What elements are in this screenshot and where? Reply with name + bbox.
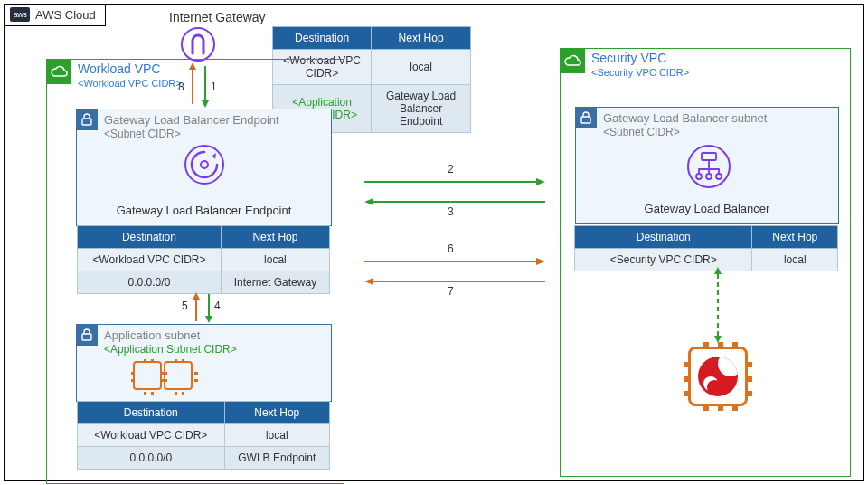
svg-point-10 <box>716 174 722 179</box>
svg-marker-18 <box>193 292 200 300</box>
step-1-label: 1 <box>211 81 217 93</box>
diagram-frame: aws AWS Cloud Internet Gateway Destinati… <box>4 4 864 481</box>
svg-point-8 <box>696 174 702 179</box>
svg-rect-1 <box>82 119 91 125</box>
glb-subnet-cidr: <Subnet CIDR> <box>603 126 680 138</box>
rt-cell: GWLB Endpoint <box>224 447 330 470</box>
glbe-subnet: Gateway Load Balancer Endpoint <Subnet C… <box>76 109 332 226</box>
svg-marker-16 <box>205 316 212 323</box>
arrow-step-6 <box>364 256 545 267</box>
workload-vpc-cidr: <Workload VPC CIDR> <box>78 78 182 89</box>
route-table-glbe: DestinationNext Hop <Workload VPC CIDR>l… <box>77 225 330 294</box>
rt-cell: <Workload VPC CIDR> <box>78 424 225 447</box>
rt-cell: 0.0.0.0/0 <box>78 271 222 294</box>
vpc-cloud-icon <box>560 48 585 73</box>
svg-marker-28 <box>714 267 722 274</box>
app-subnet-cidr: <Application Subnet CIDR> <box>104 343 237 356</box>
subnet-lock-icon <box>575 107 597 128</box>
svg-point-3 <box>201 161 208 168</box>
rt-header-dest: Destination <box>575 226 752 249</box>
rt-cell: local <box>752 249 838 271</box>
aws-cloud-tab: aws AWS Cloud <box>5 5 106 26</box>
svg-marker-24 <box>536 258 545 265</box>
svg-marker-29 <box>714 336 722 343</box>
step-5-label: 5 <box>182 300 188 312</box>
application-subnet: Application subnet <Application Subnet C… <box>76 324 332 402</box>
app-subnet-title: Application subnet <box>104 328 200 342</box>
svg-rect-5 <box>581 117 590 123</box>
svg-marker-22 <box>364 198 373 205</box>
rt-header-next: Next Hop <box>372 27 471 50</box>
security-appliance-icon <box>688 347 748 406</box>
route-table-app: DestinationNext Hop <Workload VPC CIDR>l… <box>77 401 330 470</box>
aws-cloud-label: AWS Cloud <box>35 8 96 22</box>
arrow-glb-appliance <box>712 267 723 343</box>
application-instances-icon <box>133 361 193 390</box>
vpc-cloud-icon <box>46 59 71 84</box>
glbe-endpoint-icon <box>184 144 225 185</box>
rt-cell: local <box>224 424 330 447</box>
rt-header-dest: Destination <box>273 27 372 50</box>
rt-header-next: Next Hop <box>224 402 330 424</box>
glb-subnet-title: Gateway Load Balancer subnet <box>603 111 767 125</box>
arrow-step-4 <box>203 292 214 323</box>
step-8-label: 8 <box>178 81 184 93</box>
aws-logo-icon: aws <box>10 7 30 22</box>
glbe-subnet-cidr: <Subnet CIDR> <box>104 128 181 140</box>
step-4-label: 4 <box>214 300 221 312</box>
step-3-label: 3 <box>448 205 454 218</box>
rt-header-dest: Destination <box>78 226 222 249</box>
rt-cell: Internet Gateway <box>221 271 329 294</box>
arrow-step-8 <box>187 62 198 108</box>
rt-header-dest: Destination <box>78 402 225 424</box>
glb-subnet: Gateway Load Balancer subnet <Subnet CID… <box>575 107 839 224</box>
svg-point-0 <box>182 28 214 61</box>
rt-header-next: Next Hop <box>752 226 838 249</box>
arrow-step-5 <box>191 292 202 323</box>
gateway-load-balancer-icon <box>686 144 731 189</box>
step-7-label: 7 <box>448 285 454 298</box>
svg-marker-14 <box>189 62 196 70</box>
rt-cell: <Workload VPC CIDR> <box>78 249 222 271</box>
security-vpc-cidr: <Security VPC CIDR> <box>591 67 689 78</box>
internet-gateway-label: Internet Gateway <box>169 10 266 24</box>
subnet-lock-icon <box>76 324 98 346</box>
svg-rect-7 <box>702 153 716 160</box>
rt-cell: 0.0.0.0/0 <box>78 447 225 470</box>
svg-marker-26 <box>364 278 373 285</box>
arrow-step-2 <box>364 176 545 187</box>
security-vpc-title: Security VPC <box>591 51 666 65</box>
rt-cell: local <box>372 50 471 85</box>
arrow-step-3 <box>364 196 545 207</box>
subnet-lock-icon <box>76 109 98 130</box>
svg-marker-12 <box>202 100 209 108</box>
rt-header-next: Next Hop <box>221 226 329 249</box>
internet-gateway-icon <box>180 26 216 62</box>
rt-cell: Gateway Load Balancer Endpoint <box>372 85 471 133</box>
glbe-caption: Gateway Load Balancer Endpoint <box>77 204 331 217</box>
svg-rect-4 <box>82 334 91 340</box>
step-6-label: 6 <box>448 242 454 255</box>
step-2-label: 2 <box>448 163 454 176</box>
glb-caption: Gateway Load Balancer <box>576 202 838 215</box>
arrow-step-7 <box>364 276 545 287</box>
glbe-subnet-title: Gateway Load Balancer Endpoint <box>104 113 279 127</box>
svg-point-9 <box>706 174 712 179</box>
route-table-security: DestinationNext Hop <Security VPC CIDR>l… <box>574 225 838 271</box>
workload-vpc-title: Workload VPC <box>78 62 161 76</box>
svg-marker-20 <box>536 178 545 185</box>
arrow-step-1 <box>200 62 211 108</box>
rt-cell: local <box>221 249 329 271</box>
rt-cell: <Security VPC CIDR> <box>575 249 752 271</box>
